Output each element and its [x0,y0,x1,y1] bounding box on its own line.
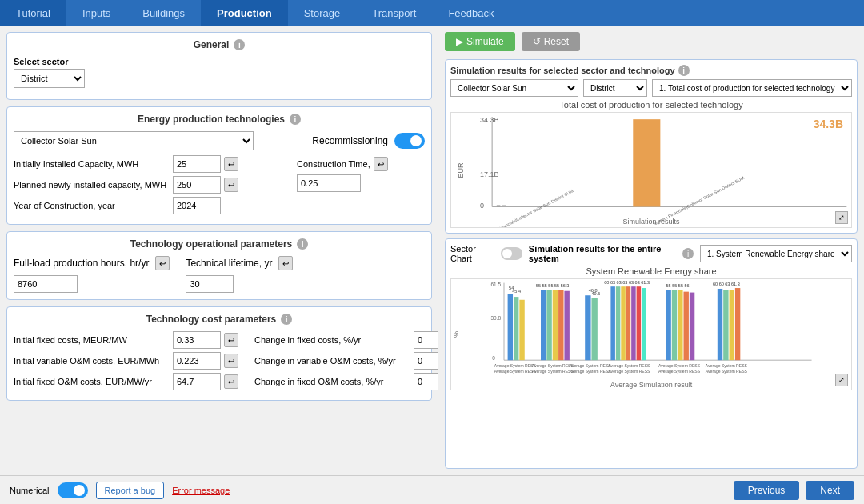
simulate-button[interactable]: ▶ Simulate [445,32,515,51]
recommissioning-toggle[interactable] [394,133,425,149]
system-type-select[interactable]: 1. System Renewable Energy share [700,245,852,262]
construction-time-label: Construction Time, [297,159,370,169]
sim-results-info-icon[interactable]: i [678,65,690,76]
sector-toggle-knob [502,249,512,258]
initial-fixed-om-input[interactable] [173,373,221,390]
planned-capacity-arrow[interactable]: ↩ [224,178,238,192]
svg-text:Average System RESS: Average System RESS [706,363,748,368]
svg-text:Average System RESS: Average System RESS [494,369,537,374]
recommissioning-row: Recommissioning [312,133,425,149]
construction-time-icon[interactable]: ↩ [374,157,388,171]
sector-chart-toggle[interactable] [501,247,522,260]
sector-chart-label: Sector Chart [450,244,494,263]
initial-fixed-input[interactable] [173,331,221,349]
svg-rect-3 [497,205,501,206]
expand-cost-chart-icon[interactable]: ⤢ [835,211,848,224]
svg-rect-21 [564,291,569,360]
nav-inputs[interactable]: Inputs [66,0,126,26]
initial-variable-row: Initial variable O&M costs, EUR/MWh ↩ [14,352,238,370]
previous-button[interactable]: Previous [734,481,800,500]
initial-capacity-label: Initially Installed Capacity, MWH [14,159,170,169]
initial-capacity-arrow[interactable]: ↩ [224,157,238,171]
top-navigation: Tutorial Inputs Buildings Production Sto… [0,0,864,26]
sector-results-select[interactable]: District [583,79,647,97]
construction-time-input[interactable] [297,174,361,192]
general-info-icon[interactable]: i [234,39,245,50]
planned-capacity-input[interactable] [173,176,221,194]
technical-lifetime-label: Technical lifetime, yr [186,258,272,269]
sector-label: Select sector [14,57,425,66]
change-variable-input[interactable] [414,352,438,370]
reset-icon: ↺ [533,36,541,47]
svg-rect-36 [672,290,677,360]
change-fixed-om-input[interactable] [414,373,438,390]
tech-operational-info-icon[interactable]: i [297,238,308,250]
initial-fixed-om-row: Initial fixed O&M costs, EUR/MW/yr ↩ [14,373,238,390]
tech-cost-info-icon[interactable]: i [281,314,292,325]
reset-button[interactable]: ↺ Reset [522,32,580,51]
initial-capacity-input[interactable] [173,155,221,173]
simulation-results-section: Simulation results for selected sector a… [445,59,858,234]
energy-production-info-icon[interactable]: i [290,114,301,125]
report-bug-button[interactable]: Report a bug [96,482,165,499]
tech-operational-section: Technology operational parameters i Full… [6,231,432,300]
bottom-bar: Numerical Report a bug Error message Pre… [0,475,864,504]
nav-feedback[interactable]: Feedback [432,0,510,26]
svg-text:Financials|Collector Solar Sun: Financials|Collector Solar Sun District … [497,188,575,227]
svg-text:Average System RESS: Average System RESS [570,369,612,374]
sector-select[interactable]: District Residential Commercial [14,69,85,88]
svg-text:61.5: 61.5 [490,282,501,287]
svg-rect-39 [690,293,694,361]
year-construction-input[interactable] [173,197,221,214]
technical-lifetime-input[interactable] [186,275,234,293]
svg-text:60 60 63 61.3: 60 60 63 61.3 [713,282,740,286]
initial-variable-arrow[interactable]: ↩ [224,354,238,368]
change-fixed-om-label: Change in fixed O&M costs, %/yr [254,377,410,386]
next-button[interactable]: Next [806,481,854,500]
sim-results-bottom-label: Simulation results [622,218,679,226]
system-chart-title: System Renewable Energy share [450,266,852,276]
fullload-label: Full-load production hours, hr/yr [14,258,149,269]
cost-chart: EUR 34.3B 34.3B 17.1B 0 Financials|Colle… [450,112,852,228]
initial-fixed-arrow[interactable]: ↩ [224,333,238,347]
tech-cost-title: Technology cost parameters i [14,314,425,325]
nav-transport[interactable]: Transport [356,0,432,26]
svg-rect-4 [502,205,506,206]
technology-row: Collector Solar Sun Wind Turbine PV Pane… [14,131,425,150]
initial-fixed-om-arrow[interactable]: ↩ [224,374,238,389]
svg-text:Average System RESS: Average System RESS [608,363,650,368]
svg-text:30.8: 30.8 [490,315,501,321]
change-variable-label: Change in variable O&M costs, %/yr [254,356,410,366]
nav-production[interactable]: Production [201,0,288,26]
system-info-icon[interactable]: i [682,248,694,259]
fullload-arrow[interactable]: ↩ [155,256,170,270]
technology-select[interactable]: Collector Solar Sun Wind Turbine PV Pane… [14,131,254,150]
change-variable-row: Change in variable O&M costs, %/yr [254,352,438,370]
results-controls: Collector Solar Sun District 1. Total co… [450,79,852,97]
technology-results-select[interactable]: Collector Solar Sun [450,79,578,97]
expand-system-chart-icon[interactable]: ⤢ [835,374,848,386]
recommissioning-label: Recommissioning [312,135,388,146]
nav-storage[interactable]: Storage [288,0,357,26]
technical-lifetime-arrow[interactable]: ↩ [278,256,293,270]
numerical-toggle[interactable] [58,482,88,498]
system-chart-svg: 61.5 30.8 0 54 45.4 55 55 55 55 56.3 [451,279,851,390]
svg-rect-24 [591,298,597,360]
change-fixed-input[interactable] [414,331,438,349]
year-construction-row: Year of Construction, year [14,197,284,214]
svg-text:45.4: 45.4 [512,289,521,294]
svg-rect-31 [631,286,636,360]
planned-capacity-row: Planned newly installed capacity, MWH ↩ [14,176,284,194]
tech-operational-title: Technology operational parameters i [14,238,425,250]
initial-variable-label: Initial variable O&M costs, EUR/MWh [14,356,170,366]
nav-buildings[interactable]: Buildings [126,0,201,26]
results-type-select[interactable]: 1. Total cost of production for selected… [652,79,852,97]
svg-rect-30 [626,286,631,360]
fullload-input[interactable] [14,275,78,293]
svg-rect-18 [546,290,551,360]
svg-rect-37 [678,290,682,360]
error-message-link[interactable]: Error message [172,486,230,495]
nav-tutorial[interactable]: Tutorial [0,0,66,26]
initial-variable-input[interactable] [173,352,221,370]
svg-text:Average System RESS: Average System RESS [608,369,650,374]
